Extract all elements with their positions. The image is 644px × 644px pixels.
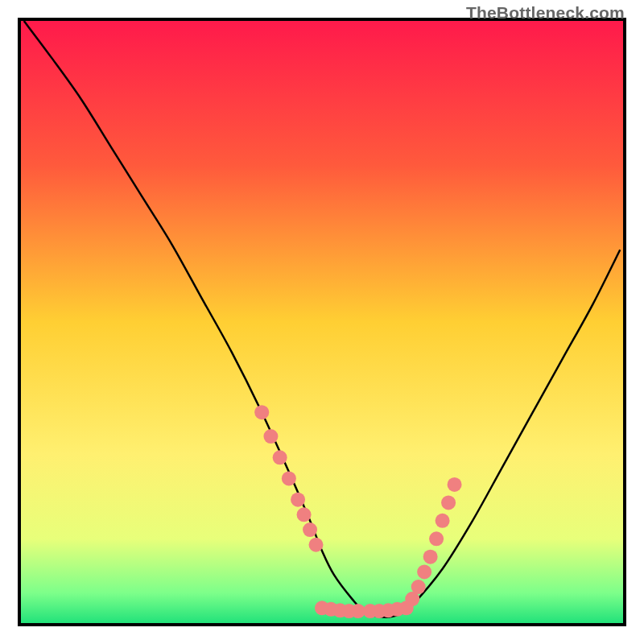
highlight-dot [254,405,269,419]
highlight-dot [436,514,450,528]
highlight-dot [291,493,305,507]
highlight-dot [297,507,312,522]
highlight-dot [303,522,317,537]
gradient-background [21,21,623,623]
highlight-dot [263,429,278,444]
highlight-dot [411,580,426,594]
highlight-dot [309,538,324,552]
highlight-dot [441,495,456,510]
highlight-dot [448,477,462,492]
highlight-dot [273,450,287,464]
chart-svg [21,21,623,623]
plot-area [21,21,623,623]
watermark-text: TheBottleneck.com [466,3,625,23]
highlight-dot [417,564,431,579]
highlight-dot [429,531,444,546]
chart-frame: TheBottleneck.com [18,18,626,626]
highlight-dot [423,550,438,564]
highlight-dot [282,471,296,485]
